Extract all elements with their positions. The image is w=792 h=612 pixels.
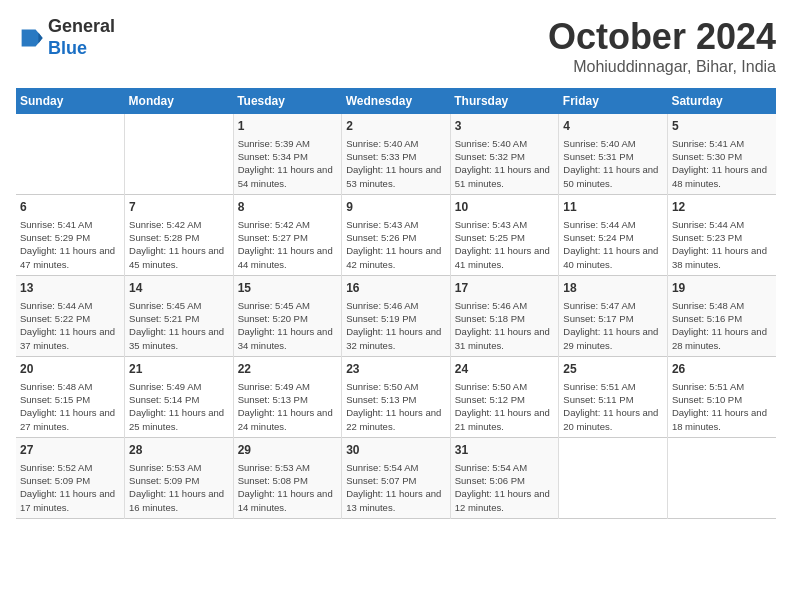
page-header: General Blue October 2024 Mohiuddinnagar…: [16, 16, 776, 76]
calendar-cell: 20Sunrise: 5:48 AM Sunset: 5:15 PM Dayli…: [16, 356, 125, 437]
calendar-cell: [559, 437, 668, 518]
day-content: Sunrise: 5:48 AM Sunset: 5:16 PM Dayligh…: [672, 299, 772, 352]
day-content: Sunrise: 5:53 AM Sunset: 5:09 PM Dayligh…: [129, 461, 229, 514]
title-block: October 2024 Mohiuddinnagar, Bihar, Indi…: [548, 16, 776, 76]
day-number: 20: [20, 361, 120, 378]
calendar-cell: [125, 114, 234, 194]
day-header-saturday: Saturday: [667, 88, 776, 114]
calendar-cell: 10Sunrise: 5:43 AM Sunset: 5:25 PM Dayli…: [450, 194, 559, 275]
week-row-2: 6Sunrise: 5:41 AM Sunset: 5:29 PM Daylig…: [16, 194, 776, 275]
day-header-thursday: Thursday: [450, 88, 559, 114]
day-content: Sunrise: 5:49 AM Sunset: 5:14 PM Dayligh…: [129, 380, 229, 433]
day-number: 15: [238, 280, 338, 297]
calendar-cell: 14Sunrise: 5:45 AM Sunset: 5:21 PM Dayli…: [125, 275, 234, 356]
calendar-cell: 1Sunrise: 5:39 AM Sunset: 5:34 PM Daylig…: [233, 114, 342, 194]
calendar-cell: 16Sunrise: 5:46 AM Sunset: 5:19 PM Dayli…: [342, 275, 451, 356]
day-header-tuesday: Tuesday: [233, 88, 342, 114]
calendar-cell: 25Sunrise: 5:51 AM Sunset: 5:11 PM Dayli…: [559, 356, 668, 437]
day-header-sunday: Sunday: [16, 88, 125, 114]
day-number: 28: [129, 442, 229, 459]
day-content: Sunrise: 5:39 AM Sunset: 5:34 PM Dayligh…: [238, 137, 338, 190]
day-number: 12: [672, 199, 772, 216]
day-number: 29: [238, 442, 338, 459]
logo-icon: [16, 24, 44, 52]
calendar-cell: 8Sunrise: 5:42 AM Sunset: 5:27 PM Daylig…: [233, 194, 342, 275]
day-content: Sunrise: 5:50 AM Sunset: 5:12 PM Dayligh…: [455, 380, 555, 433]
day-content: Sunrise: 5:50 AM Sunset: 5:13 PM Dayligh…: [346, 380, 446, 433]
calendar-cell: 5Sunrise: 5:41 AM Sunset: 5:30 PM Daylig…: [667, 114, 776, 194]
calendar-cell: 18Sunrise: 5:47 AM Sunset: 5:17 PM Dayli…: [559, 275, 668, 356]
calendar-cell: 11Sunrise: 5:44 AM Sunset: 5:24 PM Dayli…: [559, 194, 668, 275]
calendar-cell: [16, 114, 125, 194]
day-number: 30: [346, 442, 446, 459]
day-number: 6: [20, 199, 120, 216]
day-number: 3: [455, 118, 555, 135]
day-content: Sunrise: 5:52 AM Sunset: 5:09 PM Dayligh…: [20, 461, 120, 514]
day-content: Sunrise: 5:46 AM Sunset: 5:18 PM Dayligh…: [455, 299, 555, 352]
calendar-cell: 7Sunrise: 5:42 AM Sunset: 5:28 PM Daylig…: [125, 194, 234, 275]
day-content: Sunrise: 5:51 AM Sunset: 5:11 PM Dayligh…: [563, 380, 663, 433]
day-number: 27: [20, 442, 120, 459]
logo-general-text: General: [48, 16, 115, 36]
day-number: 16: [346, 280, 446, 297]
day-content: Sunrise: 5:42 AM Sunset: 5:27 PM Dayligh…: [238, 218, 338, 271]
calendar-cell: 31Sunrise: 5:54 AM Sunset: 5:06 PM Dayli…: [450, 437, 559, 518]
day-content: Sunrise: 5:54 AM Sunset: 5:06 PM Dayligh…: [455, 461, 555, 514]
calendar-table: SundayMondayTuesdayWednesdayThursdayFrid…: [16, 88, 776, 519]
day-number: 25: [563, 361, 663, 378]
day-content: Sunrise: 5:51 AM Sunset: 5:10 PM Dayligh…: [672, 380, 772, 433]
day-number: 13: [20, 280, 120, 297]
week-row-1: 1Sunrise: 5:39 AM Sunset: 5:34 PM Daylig…: [16, 114, 776, 194]
day-number: 31: [455, 442, 555, 459]
day-content: Sunrise: 5:46 AM Sunset: 5:19 PM Dayligh…: [346, 299, 446, 352]
calendar-cell: 27Sunrise: 5:52 AM Sunset: 5:09 PM Dayli…: [16, 437, 125, 518]
day-content: Sunrise: 5:44 AM Sunset: 5:22 PM Dayligh…: [20, 299, 120, 352]
day-number: 4: [563, 118, 663, 135]
calendar-cell: 6Sunrise: 5:41 AM Sunset: 5:29 PM Daylig…: [16, 194, 125, 275]
calendar-cell: 15Sunrise: 5:45 AM Sunset: 5:20 PM Dayli…: [233, 275, 342, 356]
calendar-cell: 9Sunrise: 5:43 AM Sunset: 5:26 PM Daylig…: [342, 194, 451, 275]
day-number: 1: [238, 118, 338, 135]
day-number: 10: [455, 199, 555, 216]
day-content: Sunrise: 5:40 AM Sunset: 5:31 PM Dayligh…: [563, 137, 663, 190]
day-header-wednesday: Wednesday: [342, 88, 451, 114]
day-number: 26: [672, 361, 772, 378]
day-content: Sunrise: 5:40 AM Sunset: 5:33 PM Dayligh…: [346, 137, 446, 190]
logo-blue-text: Blue: [48, 38, 87, 58]
day-content: Sunrise: 5:44 AM Sunset: 5:23 PM Dayligh…: [672, 218, 772, 271]
day-content: Sunrise: 5:45 AM Sunset: 5:21 PM Dayligh…: [129, 299, 229, 352]
week-row-5: 27Sunrise: 5:52 AM Sunset: 5:09 PM Dayli…: [16, 437, 776, 518]
day-number: 7: [129, 199, 229, 216]
day-number: 23: [346, 361, 446, 378]
calendar-cell: 26Sunrise: 5:51 AM Sunset: 5:10 PM Dayli…: [667, 356, 776, 437]
calendar-cell: 3Sunrise: 5:40 AM Sunset: 5:32 PM Daylig…: [450, 114, 559, 194]
day-number: 19: [672, 280, 772, 297]
calendar-cell: 17Sunrise: 5:46 AM Sunset: 5:18 PM Dayli…: [450, 275, 559, 356]
day-header-row: SundayMondayTuesdayWednesdayThursdayFrid…: [16, 88, 776, 114]
calendar-cell: 13Sunrise: 5:44 AM Sunset: 5:22 PM Dayli…: [16, 275, 125, 356]
day-number: 8: [238, 199, 338, 216]
calendar-cell: 24Sunrise: 5:50 AM Sunset: 5:12 PM Dayli…: [450, 356, 559, 437]
day-header-friday: Friday: [559, 88, 668, 114]
day-content: Sunrise: 5:44 AM Sunset: 5:24 PM Dayligh…: [563, 218, 663, 271]
day-content: Sunrise: 5:41 AM Sunset: 5:29 PM Dayligh…: [20, 218, 120, 271]
day-content: Sunrise: 5:40 AM Sunset: 5:32 PM Dayligh…: [455, 137, 555, 190]
calendar-cell: 21Sunrise: 5:49 AM Sunset: 5:14 PM Dayli…: [125, 356, 234, 437]
day-number: 18: [563, 280, 663, 297]
day-content: Sunrise: 5:54 AM Sunset: 5:07 PM Dayligh…: [346, 461, 446, 514]
day-number: 24: [455, 361, 555, 378]
day-number: 2: [346, 118, 446, 135]
calendar-cell: 29Sunrise: 5:53 AM Sunset: 5:08 PM Dayli…: [233, 437, 342, 518]
day-number: 14: [129, 280, 229, 297]
day-number: 17: [455, 280, 555, 297]
day-number: 11: [563, 199, 663, 216]
day-number: 22: [238, 361, 338, 378]
day-content: Sunrise: 5:41 AM Sunset: 5:30 PM Dayligh…: [672, 137, 772, 190]
logo: General Blue: [16, 16, 115, 59]
day-content: Sunrise: 5:45 AM Sunset: 5:20 PM Dayligh…: [238, 299, 338, 352]
week-row-3: 13Sunrise: 5:44 AM Sunset: 5:22 PM Dayli…: [16, 275, 776, 356]
day-content: Sunrise: 5:43 AM Sunset: 5:26 PM Dayligh…: [346, 218, 446, 271]
day-content: Sunrise: 5:48 AM Sunset: 5:15 PM Dayligh…: [20, 380, 120, 433]
day-number: 5: [672, 118, 772, 135]
calendar-cell: 19Sunrise: 5:48 AM Sunset: 5:16 PM Dayli…: [667, 275, 776, 356]
